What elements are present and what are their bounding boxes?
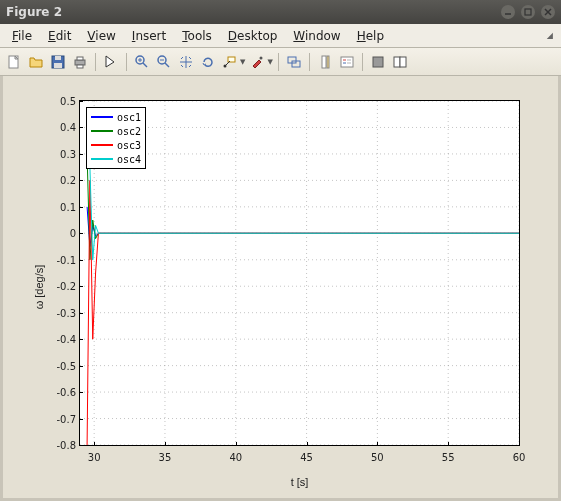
minimize-button[interactable]: [501, 5, 515, 19]
x-tick-mark: [94, 442, 95, 446]
legend-entry-osc2: osc2: [91, 124, 141, 138]
y-tick-mark: [79, 260, 83, 261]
pan-button[interactable]: [176, 52, 196, 72]
menu-file-label: File: [12, 29, 32, 43]
legend-label-osc3: osc3: [117, 140, 141, 151]
close-button[interactable]: [541, 5, 555, 19]
y-tick-label: -0.2: [46, 281, 76, 292]
menu-tools-label: Tools: [182, 29, 212, 43]
link-plot-button[interactable]: [284, 52, 304, 72]
y-tick-mark: [79, 207, 83, 208]
colorbar-button[interactable]: [315, 52, 335, 72]
legend-color-osc1: [91, 116, 113, 118]
svg-rect-31: [373, 57, 383, 67]
zoom-in-button[interactable]: [132, 52, 152, 72]
x-tick-label: 50: [371, 452, 384, 463]
x-tick-label: 30: [88, 452, 101, 463]
svg-rect-33: [400, 57, 406, 67]
menu-help[interactable]: Help: [349, 26, 392, 46]
menu-view-label: View: [87, 29, 115, 43]
x-tick-label: 45: [300, 452, 313, 463]
menubar: File Edit View Insert Tools Desktop Wind…: [0, 24, 561, 48]
separator: [278, 53, 279, 71]
menu-window[interactable]: Window: [285, 26, 348, 46]
y-tick-label: -0.4: [46, 334, 76, 345]
zoom-out-button[interactable]: [154, 52, 174, 72]
menu-insert[interactable]: Insert: [124, 26, 174, 46]
y-tick-mark: [79, 366, 83, 367]
toolbar: ▼ ▼: [0, 48, 561, 76]
legend-color-osc3: [91, 144, 113, 146]
y-tick-label: 0: [46, 228, 76, 239]
legend[interactable]: osc1 osc2 osc3 osc4: [86, 107, 146, 169]
show-tools-button[interactable]: [390, 52, 410, 72]
menu-edit-label: Edit: [48, 29, 71, 43]
titlebar[interactable]: Figure 2: [0, 0, 561, 24]
y-tick-mark: [79, 445, 83, 446]
x-tick-mark: [307, 442, 308, 446]
y-tick-label: -0.5: [46, 360, 76, 371]
menu-edit[interactable]: Edit: [40, 26, 79, 46]
menu-desktop[interactable]: Desktop: [220, 26, 286, 46]
y-tick-mark: [79, 392, 83, 393]
svg-rect-32: [394, 57, 400, 67]
open-button[interactable]: [26, 52, 46, 72]
figure-canvas[interactable]: ω [deg/s] t [s] osc1 osc2 osc3 osc4 3035…: [0, 76, 561, 501]
y-tick-mark: [79, 339, 83, 340]
svg-rect-26: [341, 57, 353, 67]
y-tick-mark: [79, 180, 83, 181]
new-figure-button[interactable]: [4, 52, 24, 72]
y-tick-label: 0.1: [46, 201, 76, 212]
y-tick-label: 0.3: [46, 148, 76, 159]
menu-window-label: Window: [293, 29, 340, 43]
legend-label-osc4: osc4: [117, 154, 141, 165]
y-tick-label: 0.5: [46, 96, 76, 107]
axes-container: ω [deg/s] t [s] osc1 osc2 osc3 osc4 3035…: [11, 84, 550, 490]
legend-entry-osc1: osc1: [91, 110, 141, 124]
separator: [309, 53, 310, 71]
legend-button[interactable]: [337, 52, 357, 72]
edit-plot-button[interactable]: [101, 52, 121, 72]
svg-rect-1: [525, 9, 531, 15]
window-controls: [501, 5, 555, 19]
hide-tools-button[interactable]: [368, 52, 388, 72]
dropdown-icon[interactable]: ▼: [267, 58, 272, 66]
svg-point-20: [224, 64, 227, 67]
separator: [362, 53, 363, 71]
y-tick-label: 0.2: [46, 175, 76, 186]
data-cursor-button[interactable]: [220, 52, 240, 72]
menu-insert-label: Insert: [132, 29, 166, 43]
menu-overflow-icon[interactable]: ◢: [547, 31, 553, 40]
svg-point-21: [260, 56, 263, 59]
window-title: Figure 2: [6, 5, 501, 19]
menu-tools[interactable]: Tools: [174, 26, 220, 46]
print-button[interactable]: [70, 52, 90, 72]
y-tick-label: 0.4: [46, 122, 76, 133]
menu-help-label: Help: [357, 29, 384, 43]
x-tick-mark: [377, 442, 378, 446]
axes[interactable]: osc1 osc2 osc3 osc4 30354045505560-0.8-0…: [79, 100, 520, 446]
y-tick-mark: [79, 313, 83, 314]
svg-rect-9: [77, 57, 83, 60]
legend-label-osc2: osc2: [117, 126, 141, 137]
y-tick-label: -0.8: [46, 440, 76, 451]
dropdown-icon[interactable]: ▼: [240, 58, 245, 66]
x-axis-label: t [s]: [79, 476, 520, 488]
x-tick-label: 40: [229, 452, 242, 463]
menu-view[interactable]: View: [79, 26, 123, 46]
y-tick-mark: [79, 101, 83, 102]
brush-button[interactable]: [247, 52, 267, 72]
rotate-button[interactable]: [198, 52, 218, 72]
menu-file[interactable]: File: [4, 26, 40, 46]
svg-rect-24: [322, 56, 326, 68]
y-tick-mark: [79, 127, 83, 128]
maximize-button[interactable]: [521, 5, 535, 19]
x-tick-mark: [519, 442, 520, 446]
y-tick-label: -0.7: [46, 413, 76, 424]
y-tick-label: -0.1: [46, 254, 76, 265]
x-tick-label: 35: [159, 452, 172, 463]
separator: [126, 53, 127, 71]
save-button[interactable]: [48, 52, 68, 72]
menu-desktop-label: Desktop: [228, 29, 278, 43]
y-tick-label: -0.3: [46, 307, 76, 318]
